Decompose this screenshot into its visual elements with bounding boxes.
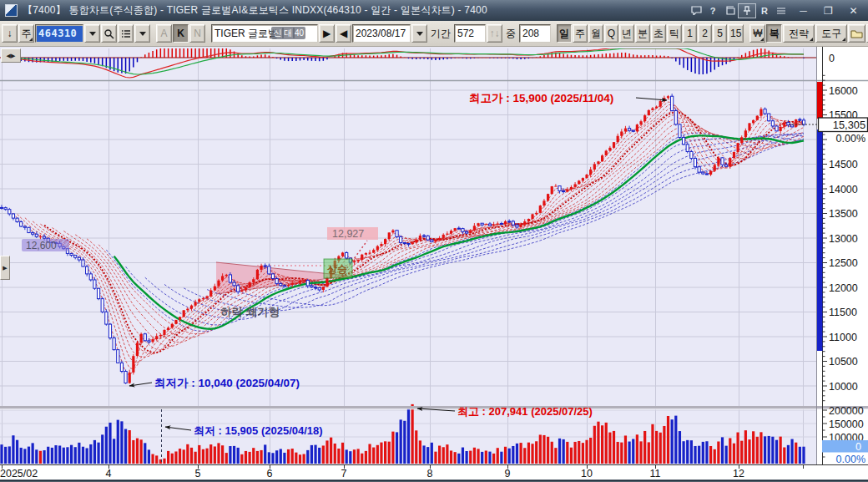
svg-text:15,305: 15,305 bbox=[833, 119, 865, 131]
period-label: 기간 bbox=[428, 27, 453, 41]
maximize-button[interactable]: ❐ bbox=[817, 3, 840, 18]
mode-a-button[interactable]: A bbox=[156, 24, 172, 43]
mode-n-button[interactable]: N bbox=[189, 24, 205, 43]
open-folder-icon[interactable] bbox=[848, 24, 865, 43]
won-button[interactable]: ₩ bbox=[749, 24, 765, 43]
left-expand-button[interactable]: ▶ bbox=[0, 256, 10, 280]
stock-badges: 신대40 bbox=[273, 27, 305, 39]
stock-type-button[interactable]: 주 bbox=[18, 24, 34, 43]
stock-list-dropdown[interactable] bbox=[134, 24, 150, 43]
title-bar: 【7400】 통합차트(주식종합) - TIGER 글로벌AI&로보틱스 IND… bbox=[0, 0, 868, 21]
timeframe-button-2[interactable]: 2 bbox=[698, 24, 712, 43]
svg-text:14000: 14000 bbox=[829, 184, 858, 195]
titlebar-buttons: ? R ─ ❐ ✕ bbox=[688, 0, 868, 21]
svg-text:10500: 10500 bbox=[829, 356, 858, 368]
tools-button[interactable]: 도구 bbox=[815, 24, 847, 43]
svg-text:11: 11 bbox=[650, 468, 661, 479]
svg-text:12,927: 12,927 bbox=[332, 228, 364, 240]
svg-text:13500: 13500 bbox=[829, 208, 858, 220]
svg-text:12500: 12500 bbox=[829, 257, 858, 269]
stock-badge: 40 bbox=[293, 27, 305, 39]
period-input[interactable]: 572 bbox=[454, 24, 486, 43]
timeframe-button-초[interactable]: 초 bbox=[651, 24, 666, 43]
minimize-button[interactable]: ─ bbox=[792, 3, 815, 18]
chart-area[interactable]: 1600015500145001400013500130001250012000… bbox=[0, 47, 868, 482]
stock-code-input[interactable]: 464310 bbox=[35, 24, 83, 43]
svg-text:0: 0 bbox=[829, 53, 835, 64]
svg-text:16000: 16000 bbox=[829, 85, 858, 97]
svg-text:0.00%: 0.00% bbox=[836, 133, 865, 145]
svg-text:2025/02: 2025/02 bbox=[0, 468, 38, 479]
feedback-icon[interactable] bbox=[688, 4, 704, 18]
svg-text:13000: 13000 bbox=[829, 233, 858, 245]
svg-text:9: 9 bbox=[505, 468, 511, 479]
svg-text:11000: 11000 bbox=[829, 332, 857, 343]
app-icon bbox=[5, 4, 18, 17]
count-input[interactable]: 208 bbox=[519, 24, 551, 43]
stock-name-text: TIGER 글로벌 bbox=[214, 27, 278, 41]
search-icon[interactable] bbox=[101, 24, 117, 43]
svg-text:150000: 150000 bbox=[829, 419, 864, 430]
strategy-button[interactable]: 전략 bbox=[783, 24, 815, 43]
svg-text:8: 8 bbox=[427, 468, 433, 479]
r-screen-icon[interactable]: R bbox=[756, 4, 773, 18]
spin-icon[interactable]: ↑↓ bbox=[487, 24, 502, 43]
timeframe-button-틱[interactable]: 틱 bbox=[667, 24, 682, 43]
timeframe-button-월[interactable]: 월 bbox=[588, 24, 603, 43]
clone-window-icon[interactable] bbox=[721, 4, 738, 18]
svg-text:최고가 : 15,900 (2025/11/04): 최고가 : 15,900 (2025/11/04) bbox=[469, 92, 613, 104]
svg-text:200000: 200000 bbox=[829, 405, 864, 417]
close-button[interactable]: ✕ bbox=[842, 3, 865, 18]
timeframe-button-5[interactable]: 5 bbox=[713, 24, 727, 43]
timeframe-button-15[interactable]: 15 bbox=[728, 24, 744, 43]
svg-text:12,600: 12,600 bbox=[26, 240, 57, 251]
mode-k-button[interactable]: K bbox=[173, 24, 189, 43]
svg-text:6: 6 bbox=[267, 468, 273, 479]
scroll-down-button[interactable]: ↓ bbox=[2, 24, 18, 43]
stock-list-icon[interactable] bbox=[118, 24, 134, 43]
svg-text:상승: 상승 bbox=[326, 263, 347, 275]
svg-text:11500: 11500 bbox=[829, 307, 857, 318]
timeframe-button-일[interactable]: 일 bbox=[557, 24, 572, 43]
svg-text:10000: 10000 bbox=[829, 381, 858, 393]
chart-svg: 1600015500145001400013500130001250012000… bbox=[0, 47, 868, 482]
pin-icon[interactable] bbox=[738, 3, 756, 18]
timeframe-button-1[interactable]: 1 bbox=[683, 24, 697, 43]
svg-text:12000: 12000 bbox=[829, 282, 858, 294]
date-dropdown[interactable] bbox=[411, 24, 427, 43]
timeframe-button-Q[interactable]: Q bbox=[604, 24, 618, 43]
svg-text:하락 쐐기형: 하락 쐐기형 bbox=[220, 306, 280, 318]
play-button[interactable]: ▶ bbox=[319, 24, 335, 43]
stock-name-field[interactable]: TIGER 글로벌 신대40 bbox=[211, 24, 318, 43]
step-back-button[interactable]: ◀ bbox=[336, 24, 351, 43]
help-icon[interactable]: ? bbox=[704, 4, 721, 18]
svg-text:14500: 14500 bbox=[829, 159, 858, 170]
svg-text:최고 : 207,941 (2025/07/25): 최고 : 207,941 (2025/07/25) bbox=[457, 405, 593, 418]
svg-text:0.00%: 0.00% bbox=[836, 454, 865, 465]
count-label: 중 bbox=[503, 27, 518, 41]
toolbar: ↓ 주 464310 A K N TIGER 글로벌 신대40 ▶ ◀ 2023… bbox=[0, 21, 868, 47]
timeframe-button-분[interactable]: 분 bbox=[635, 24, 650, 43]
timeframe-buttons: 일주월Q년분초틱12515 bbox=[557, 24, 744, 43]
svg-text:4: 4 bbox=[106, 468, 112, 479]
svg-text:10: 10 bbox=[581, 468, 593, 479]
pane-nav-button[interactable]: ◀▶ bbox=[1, 48, 21, 63]
svg-text:0: 0 bbox=[855, 441, 861, 453]
restore-button[interactable]: 복 bbox=[766, 24, 782, 43]
svg-text:최저 : 15,905 (2025/04/18): 최저 : 15,905 (2025/04/18) bbox=[194, 424, 323, 437]
svg-text:12: 12 bbox=[733, 468, 744, 479]
menu-list-icon[interactable] bbox=[773, 4, 790, 18]
svg-text:최저가 : 10,040 (2025/04/07): 최저가 : 10,040 (2025/04/07) bbox=[154, 377, 300, 389]
stock-code-dropdown[interactable] bbox=[84, 24, 100, 43]
svg-text:5: 5 bbox=[195, 468, 201, 479]
svg-text:7: 7 bbox=[341, 468, 347, 479]
date-select[interactable]: 2023/08/17 bbox=[352, 24, 411, 43]
timeframe-button-년[interactable]: 년 bbox=[619, 24, 634, 43]
timeframe-button-주[interactable]: 주 bbox=[573, 24, 588, 43]
window-title: 【7400】 통합차트(주식종합) - TIGER 글로벌AI&로보틱스 IND… bbox=[23, 3, 487, 18]
